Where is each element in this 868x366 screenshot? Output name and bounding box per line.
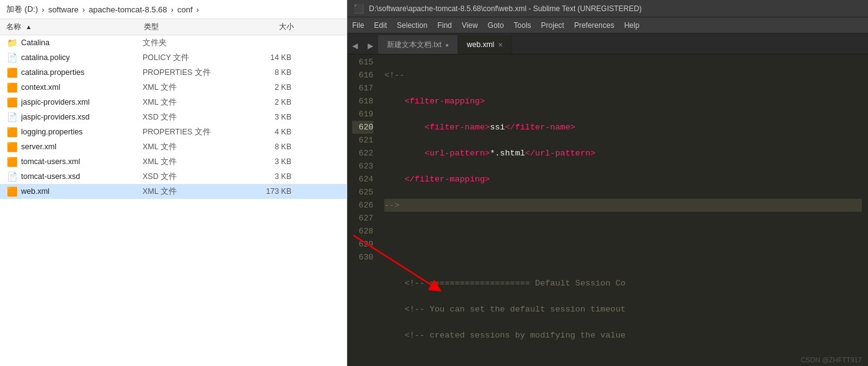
list-item[interactable]: 🟧 tomcat-users.xml XML 文件 3 KB — [0, 154, 347, 169]
line-num: 615 — [352, 56, 373, 69]
file-icon: 📄 — [6, 52, 17, 63]
list-item[interactable]: 🟧 jaspic-providers.xml XML 文件 2 KB — [0, 95, 347, 110]
line-num: 628 — [352, 225, 373, 238]
code-line-active: --> — [384, 199, 862, 212]
sublime-icon: 🟧 — [6, 126, 17, 137]
tab-close-webxml[interactable]: ✕ — [498, 41, 503, 48]
line-num: 625 — [352, 186, 373, 199]
file-name: jaspic-providers.xsd — [21, 113, 143, 121]
breadcrumb-sep1: › — [42, 5, 44, 14]
line-num: 617 — [352, 82, 373, 95]
folder-icon: 📁 — [6, 37, 17, 48]
file-size: 2 KB — [242, 98, 291, 107]
line-num: 629 — [352, 238, 373, 251]
line-num: 618 — [352, 95, 373, 108]
col-header-type[interactable]: 类型 — [144, 22, 243, 32]
line-numbers: 615 616 617 618 619 620 621 622 623 624 … — [347, 54, 378, 366]
file-type: XML 文件 — [143, 157, 242, 167]
file-list-header: 名称 ▲ 类型 大小 — [0, 19, 347, 35]
breadcrumb-folder3[interactable]: conf — [177, 5, 193, 14]
list-item[interactable]: 📁 Catalina 文件夹 — [0, 35, 347, 50]
tab-nav-left[interactable]: ◀ — [347, 38, 363, 54]
file-name: tomcat-users.xsd — [21, 172, 143, 181]
col-header-name[interactable]: 名称 ▲ — [6, 22, 143, 32]
file-name: catalina.policy — [21, 53, 143, 62]
tab-label-webxml: web.xml — [467, 40, 494, 49]
breadcrumb-sep3: › — [171, 5, 174, 14]
line-num: 627 — [352, 212, 373, 225]
file-size: 8 KB — [242, 68, 291, 77]
file-size: 3 KB — [242, 113, 291, 121]
code-line: <filter-name>ssi</filter-name> — [384, 121, 862, 134]
file-type: XML 文件 — [143, 186, 242, 197]
menu-view[interactable]: View — [457, 19, 483, 32]
tab-nav-right[interactable]: ▶ — [363, 38, 378, 54]
file-type: XSD 文件 — [143, 172, 242, 182]
file-name: jaspic-providers.xml — [21, 98, 143, 107]
code-line — [384, 225, 862, 238]
file-type: PROPERTIES 文件 — [143, 127, 242, 137]
list-item[interactable]: 🟧 catalina.properties PROPERTIES 文件 8 KB — [0, 65, 347, 80]
menu-help[interactable]: Help — [619, 19, 645, 32]
menu-file[interactable]: File — [347, 19, 369, 32]
menu-selection[interactable]: Selection — [392, 19, 432, 32]
list-item[interactable]: 🟧 web.xml XML 文件 173 KB — [0, 184, 347, 199]
code-line: <!-- You can set the default session tim… — [384, 303, 862, 316]
file-name: server.xml — [21, 142, 143, 151]
breadcrumb-folder2[interactable]: apache-tomcat-8.5.68 — [89, 5, 167, 14]
code-line: <filter-mapping> — [384, 95, 862, 108]
file-size: 14 KB — [242, 53, 291, 62]
watermark: CSDN @ZHFTT917 — [800, 356, 862, 364]
menu-edit[interactable]: Edit — [369, 19, 392, 32]
list-item[interactable]: 📄 catalina.policy POLICY 文件 14 KB — [0, 50, 347, 65]
file-type: XML 文件 — [143, 142, 242, 152]
file-icon: 📄 — [6, 171, 17, 182]
file-type: POLICY 文件 — [143, 53, 242, 63]
list-item[interactable]: 📄 jaspic-providers.xsd XSD 文件 3 KB — [0, 110, 347, 124]
col-header-size[interactable]: 大小 — [244, 22, 294, 32]
file-type: XML 文件 — [143, 82, 242, 93]
file-size: 8 KB — [242, 142, 291, 151]
file-type: XML 文件 — [143, 97, 242, 108]
file-type: PROPERTIES 文件 — [143, 68, 242, 78]
code-line — [384, 251, 862, 264]
tab-close-newtxt[interactable]: ● — [445, 41, 449, 48]
file-icon: 📄 — [6, 111, 17, 123]
file-size: 3 KB — [242, 157, 291, 166]
code-line: <!-- created sessions by modifying the v… — [384, 329, 862, 342]
code-line: <!-- — [384, 69, 862, 82]
code-line: <!-- ==================== Default Sessio… — [384, 277, 862, 290]
code-line: <url-pattern>*.shtml</url-pattern> — [384, 147, 862, 160]
file-name: catalina.properties — [21, 68, 143, 77]
sublime-text-editor: ⬛ D:\software\apache-tomcat-8.5.68\conf\… — [347, 0, 868, 366]
file-list: 📁 Catalina 文件夹 📄 catalina.policy POLICY … — [0, 35, 347, 366]
code-line — [384, 355, 862, 366]
breadcrumb-folder1[interactable]: software — [48, 5, 79, 14]
tab-webxml[interactable]: web.xml ✕ — [458, 35, 512, 54]
breadcrumb-drive[interactable]: 加卷 (D:) — [6, 4, 38, 15]
list-item[interactable]: 🟧 context.xml XML 文件 2 KB — [0, 80, 347, 95]
menu-project[interactable]: Project — [536, 19, 569, 32]
file-type: XSD 文件 — [143, 112, 242, 123]
list-item[interactable]: 📄 tomcat-users.xsd XSD 文件 3 KB — [0, 169, 347, 184]
list-item[interactable]: 🟧 server.xml XML 文件 8 KB — [0, 139, 347, 154]
tab-newtxt[interactable]: 新建文本文档.txt ● — [378, 35, 458, 54]
sublime-icon: 🟧 — [6, 97, 17, 108]
file-size: 173 KB — [242, 187, 291, 196]
code-content[interactable]: <!-- <filter-mapping> <filter-name>ssi</… — [378, 54, 868, 366]
line-num: 626 — [352, 199, 373, 212]
title-bar: ⬛ D:\software\apache-tomcat-8.5.68\conf\… — [347, 0, 868, 17]
sublime-icon: 🟧 — [6, 156, 17, 167]
list-item[interactable]: 🟧 logging.properties PROPERTIES 文件 4 KB — [0, 124, 347, 139]
code-area[interactable]: 615 616 617 618 619 620 621 622 623 624 … — [347, 54, 868, 366]
menu-goto[interactable]: Goto — [483, 19, 509, 32]
menu-find[interactable]: Find — [432, 19, 456, 32]
line-num: 623 — [352, 160, 373, 173]
file-size: 3 KB — [242, 172, 291, 181]
sort-arrow-icon: ▲ — [25, 24, 32, 30]
breadcrumb-sep4: › — [197, 5, 199, 14]
menu-preferences[interactable]: Preferences — [569, 19, 619, 32]
tab-bar: ◀ ▶ 新建文本文档.txt ● web.xml ✕ — [347, 33, 868, 54]
menu-tools[interactable]: Tools — [509, 19, 536, 32]
file-size: 2 KB — [242, 83, 291, 92]
